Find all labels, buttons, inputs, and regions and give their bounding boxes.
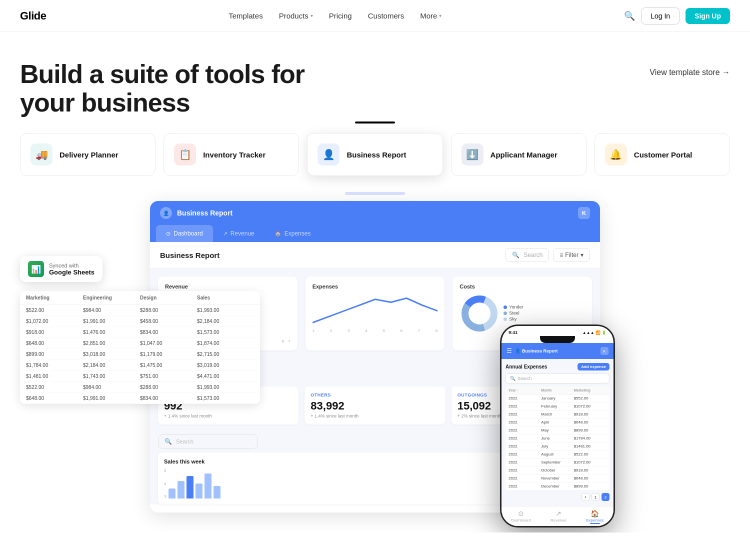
phone-search-icon: 🔍: [510, 376, 516, 381]
signup-button[interactable]: Sign Up: [686, 8, 730, 24]
table-row: $648.00$2,851.00$1,047.00$1,874.00: [20, 338, 260, 349]
phone-row-sep: 2022September$1072.00: [506, 458, 610, 466]
view-template-store-link[interactable]: View template store →: [650, 60, 730, 77]
phone-k-badge: K: [600, 347, 608, 355]
phone-mockup: 9:41 ▲▲▲ 📶 🔋 ☰ 👤 Business Report K: [500, 324, 615, 528]
phone-table-header: Year ↑ Month Marketing: [506, 386, 610, 394]
page-2-btn[interactable]: 2: [602, 493, 610, 501]
table-row: $1,481.00$1,743.00$751.00$4,471.00: [20, 371, 260, 382]
phone-row-jun: 2022June$1784.00: [506, 434, 610, 442]
third-search-bar[interactable]: 🔍 Search: [158, 434, 258, 448]
dashboard-nav-icon: ⊙: [518, 510, 524, 518]
products-chevron: ▾: [310, 13, 313, 18]
others-label: OTHERS: [310, 392, 439, 398]
phone-nav-expenses[interactable]: 🏠 Expenses: [586, 510, 604, 524]
nav-revenue[interactable]: ↗ Revenue: [213, 225, 264, 242]
phone-table: Year ↑ Month Marketing 2022January$552.0…: [506, 386, 610, 490]
expenses-nav-icon: 🏠: [590, 510, 599, 518]
phone-section-title: Annual Expenses: [506, 364, 547, 370]
phone-row-mar: 2022March$918.00: [506, 410, 610, 418]
search-icon-content: 🔍: [512, 252, 520, 258]
phone-row-may: 2022May$899.00: [506, 426, 610, 434]
line-chart-svg: [312, 294, 438, 328]
phone-menu-icon: ☰: [506, 348, 512, 354]
filter-icon: ≡: [560, 252, 563, 258]
sales-y-axis: 543: [164, 468, 167, 498]
nav-links: Templates Products ▾ Pricing Customers M…: [228, 12, 442, 20]
sales-bar-5: [204, 474, 212, 498]
expenses-chart: [312, 294, 438, 328]
table-row: $648.00$1,991.00$834.00$1,573.00: [20, 393, 260, 404]
nav-more[interactable]: More ▾: [420, 12, 442, 20]
template-tabs: 🚚 Delivery Planner 📋 Inventory Tracker 👤…: [0, 133, 750, 176]
nav-pricing[interactable]: Pricing: [329, 12, 352, 20]
filter-button[interactable]: ≡ Filter ▾: [553, 248, 590, 262]
phone-nav-dashboard[interactable]: ⊙ Dashboard: [512, 510, 531, 524]
others-value: 83,992: [310, 400, 439, 412]
phone-row-nov: 2022November$648.00: [506, 474, 610, 482]
tab-business-label: Business Report: [346, 150, 406, 159]
tab-inventory-tracker[interactable]: 📋 Inventory Tracker: [164, 133, 299, 176]
search-icon[interactable]: 🔍: [624, 10, 635, 22]
hero-section: Build a suite of tools for your business…: [0, 32, 750, 133]
phone-search[interactable]: 🔍 Search: [506, 374, 610, 384]
stat-others: OTHERS 83,992 + 1.4% since last month: [304, 386, 445, 424]
search-bar[interactable]: 🔍 Search: [506, 248, 549, 262]
phone-app-title: 👤 Business Report: [515, 348, 558, 354]
nav-templates[interactable]: Templates: [228, 12, 262, 20]
chargers-sub: + 1.4% since last month: [164, 414, 292, 418]
nav-dashboard[interactable]: ⊙ Dashboard: [156, 225, 213, 242]
customer-portal-icon: 🔔: [605, 144, 627, 166]
brand-logo[interactable]: Glide: [20, 10, 46, 22]
tab-inventory-label: Inventory Tracker: [203, 150, 266, 159]
phone-app-header: ☰ 👤 Business Report K: [502, 343, 614, 359]
sales-bar-4: [196, 484, 202, 498]
phone-row-dec: 2022December$899.00: [506, 482, 610, 490]
prev-page-btn[interactable]: ‹: [582, 493, 590, 501]
tab-applicant-label: Applicant Manager: [490, 150, 558, 159]
phone-section-header: Annual Expenses Add expense: [506, 363, 610, 370]
page-1-btn[interactable]: 1: [592, 493, 600, 501]
table-row: $522.00$984.00$288.00$1,993.00: [20, 382, 260, 393]
nav-customers[interactable]: Customers: [368, 12, 404, 20]
search-placeholder: Search: [524, 252, 542, 258]
donut-chart: [460, 294, 500, 334]
revenue-nav-icon: ↗: [556, 510, 562, 518]
phone-bottom-nav: ⊙ Dashboard ↗ Revenue 🏠 Expenses: [502, 506, 614, 526]
more-chevron: ▾: [439, 13, 442, 18]
tab-customer-portal[interactable]: 🔔 Customer Portal: [594, 133, 730, 176]
revenue-icon: ↗: [223, 230, 228, 237]
app-header: 👤 Business Report K: [150, 201, 600, 225]
tab-delivery-planner[interactable]: 🚚 Delivery Planner: [20, 133, 156, 176]
sheets-text: Synced with Google Sheets: [49, 262, 94, 276]
phone-row-jul: 2022July$1481.00: [506, 442, 610, 450]
app-nav: ⊙ Dashboard ↗ Revenue 🏠 Expenses: [150, 225, 600, 242]
app-header-left: 👤 Business Report: [160, 207, 232, 219]
app-nav-tabs: ⊙ Dashboard ↗ Revenue 🏠 Expenses: [156, 225, 594, 242]
data-table-overlay: Marketing Engineering Design Sales $522.…: [20, 291, 260, 404]
nav-expenses[interactable]: 🏠 Expenses: [264, 225, 321, 242]
table-header: Marketing Engineering Design Sales: [20, 291, 260, 305]
expenses-card: Expenses 12345678: [306, 276, 445, 350]
phone-add-button[interactable]: Add expense: [578, 363, 610, 370]
table-row: $522.00$984.00$288.00$1,993.00: [20, 305, 260, 316]
costs-title: Costs: [460, 284, 585, 290]
filter-chevron: ▾: [580, 252, 584, 258]
inventory-tracker-icon: 📋: [174, 144, 196, 166]
login-button[interactable]: Log In: [641, 8, 680, 24]
dashboard-icon: ⊙: [166, 230, 170, 237]
scroll-indicator: [345, 192, 405, 195]
app-k-badge: K: [578, 207, 590, 219]
navbar: Glide Templates Products ▾ Pricing Custo…: [0, 0, 750, 32]
preview-section: 📊 Synced with Google Sheets Marketing En…: [0, 176, 750, 532]
hero-title: Build a suite of tools for your business: [20, 60, 360, 117]
tab-applicant-manager[interactable]: ⬇️ Applicant Manager: [451, 133, 586, 176]
phone-header-left: ☰ 👤 Business Report: [506, 348, 558, 354]
tab-business-report[interactable]: 👤 Business Report: [307, 133, 442, 176]
phone-nav-revenue[interactable]: ↗ Revenue: [550, 510, 566, 524]
nav-products[interactable]: Products ▾: [279, 12, 313, 20]
sheets-badge: 📊 Synced with Google Sheets: [20, 256, 102, 282]
business-report-icon: 👤: [318, 144, 340, 166]
phone-pagination: ‹ 1 2: [506, 490, 610, 502]
table-row: $899.00$3,018.00$1,179.00$2,715.00: [20, 349, 260, 360]
